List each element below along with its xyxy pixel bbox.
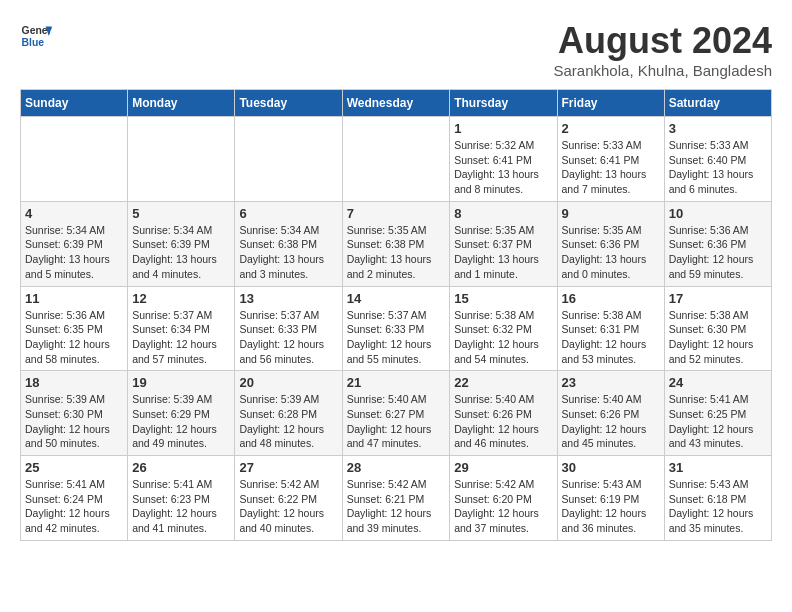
day-info: Sunrise: 5:37 AM Sunset: 6:34 PM Dayligh… bbox=[132, 308, 230, 367]
day-info: Sunrise: 5:40 AM Sunset: 6:26 PM Dayligh… bbox=[562, 392, 660, 451]
calendar-cell: 16Sunrise: 5:38 AM Sunset: 6:31 PM Dayli… bbox=[557, 286, 664, 371]
calendar-cell: 23Sunrise: 5:40 AM Sunset: 6:26 PM Dayli… bbox=[557, 371, 664, 456]
day-info: Sunrise: 5:32 AM Sunset: 6:41 PM Dayligh… bbox=[454, 138, 552, 197]
day-info: Sunrise: 5:38 AM Sunset: 6:31 PM Dayligh… bbox=[562, 308, 660, 367]
day-number: 17 bbox=[669, 291, 767, 306]
title-block: August 2024 Sarankhola, Khulna, Banglade… bbox=[554, 20, 773, 79]
day-info: Sunrise: 5:36 AM Sunset: 6:36 PM Dayligh… bbox=[669, 223, 767, 282]
day-info: Sunrise: 5:40 AM Sunset: 6:27 PM Dayligh… bbox=[347, 392, 446, 451]
day-info: Sunrise: 5:42 AM Sunset: 6:21 PM Dayligh… bbox=[347, 477, 446, 536]
calendar-cell: 1Sunrise: 5:32 AM Sunset: 6:41 PM Daylig… bbox=[450, 117, 557, 202]
calendar-cell: 2Sunrise: 5:33 AM Sunset: 6:41 PM Daylig… bbox=[557, 117, 664, 202]
day-number: 22 bbox=[454, 375, 552, 390]
day-number: 18 bbox=[25, 375, 123, 390]
calendar-cell: 12Sunrise: 5:37 AM Sunset: 6:34 PM Dayli… bbox=[128, 286, 235, 371]
day-number: 10 bbox=[669, 206, 767, 221]
calendar-week-row: 4Sunrise: 5:34 AM Sunset: 6:39 PM Daylig… bbox=[21, 201, 772, 286]
day-number: 12 bbox=[132, 291, 230, 306]
day-number: 26 bbox=[132, 460, 230, 475]
day-info: Sunrise: 5:37 AM Sunset: 6:33 PM Dayligh… bbox=[347, 308, 446, 367]
calendar-week-row: 11Sunrise: 5:36 AM Sunset: 6:35 PM Dayli… bbox=[21, 286, 772, 371]
weekday-header: Saturday bbox=[664, 90, 771, 117]
day-number: 24 bbox=[669, 375, 767, 390]
day-info: Sunrise: 5:38 AM Sunset: 6:30 PM Dayligh… bbox=[669, 308, 767, 367]
day-number: 21 bbox=[347, 375, 446, 390]
calendar-cell: 15Sunrise: 5:38 AM Sunset: 6:32 PM Dayli… bbox=[450, 286, 557, 371]
calendar-cell: 19Sunrise: 5:39 AM Sunset: 6:29 PM Dayli… bbox=[128, 371, 235, 456]
calendar-cell: 5Sunrise: 5:34 AM Sunset: 6:39 PM Daylig… bbox=[128, 201, 235, 286]
day-number: 11 bbox=[25, 291, 123, 306]
day-info: Sunrise: 5:41 AM Sunset: 6:24 PM Dayligh… bbox=[25, 477, 123, 536]
day-info: Sunrise: 5:40 AM Sunset: 6:26 PM Dayligh… bbox=[454, 392, 552, 451]
day-number: 30 bbox=[562, 460, 660, 475]
calendar-cell: 31Sunrise: 5:43 AM Sunset: 6:18 PM Dayli… bbox=[664, 456, 771, 541]
calendar-cell: 9Sunrise: 5:35 AM Sunset: 6:36 PM Daylig… bbox=[557, 201, 664, 286]
day-number: 13 bbox=[239, 291, 337, 306]
calendar-cell: 20Sunrise: 5:39 AM Sunset: 6:28 PM Dayli… bbox=[235, 371, 342, 456]
calendar-cell: 24Sunrise: 5:41 AM Sunset: 6:25 PM Dayli… bbox=[664, 371, 771, 456]
day-info: Sunrise: 5:33 AM Sunset: 6:41 PM Dayligh… bbox=[562, 138, 660, 197]
day-info: Sunrise: 5:34 AM Sunset: 6:39 PM Dayligh… bbox=[132, 223, 230, 282]
day-number: 28 bbox=[347, 460, 446, 475]
page-header: General Blue August 2024 Sarankhola, Khu… bbox=[20, 20, 772, 79]
day-info: Sunrise: 5:42 AM Sunset: 6:22 PM Dayligh… bbox=[239, 477, 337, 536]
day-info: Sunrise: 5:33 AM Sunset: 6:40 PM Dayligh… bbox=[669, 138, 767, 197]
day-info: Sunrise: 5:35 AM Sunset: 6:38 PM Dayligh… bbox=[347, 223, 446, 282]
calendar-week-row: 1Sunrise: 5:32 AM Sunset: 6:41 PM Daylig… bbox=[21, 117, 772, 202]
day-info: Sunrise: 5:34 AM Sunset: 6:39 PM Dayligh… bbox=[25, 223, 123, 282]
day-number: 20 bbox=[239, 375, 337, 390]
day-info: Sunrise: 5:39 AM Sunset: 6:30 PM Dayligh… bbox=[25, 392, 123, 451]
day-info: Sunrise: 5:43 AM Sunset: 6:18 PM Dayligh… bbox=[669, 477, 767, 536]
day-info: Sunrise: 5:42 AM Sunset: 6:20 PM Dayligh… bbox=[454, 477, 552, 536]
calendar-cell: 21Sunrise: 5:40 AM Sunset: 6:27 PM Dayli… bbox=[342, 371, 450, 456]
calendar-cell: 14Sunrise: 5:37 AM Sunset: 6:33 PM Dayli… bbox=[342, 286, 450, 371]
day-number: 15 bbox=[454, 291, 552, 306]
calendar-cell: 18Sunrise: 5:39 AM Sunset: 6:30 PM Dayli… bbox=[21, 371, 128, 456]
day-info: Sunrise: 5:41 AM Sunset: 6:23 PM Dayligh… bbox=[132, 477, 230, 536]
calendar-cell bbox=[21, 117, 128, 202]
day-number: 3 bbox=[669, 121, 767, 136]
calendar-cell: 3Sunrise: 5:33 AM Sunset: 6:40 PM Daylig… bbox=[664, 117, 771, 202]
calendar-cell: 10Sunrise: 5:36 AM Sunset: 6:36 PM Dayli… bbox=[664, 201, 771, 286]
calendar-cell bbox=[128, 117, 235, 202]
day-number: 31 bbox=[669, 460, 767, 475]
month-year: August 2024 bbox=[554, 20, 773, 62]
calendar-cell: 4Sunrise: 5:34 AM Sunset: 6:39 PM Daylig… bbox=[21, 201, 128, 286]
svg-text:Blue: Blue bbox=[22, 37, 45, 48]
calendar-cell bbox=[235, 117, 342, 202]
day-number: 25 bbox=[25, 460, 123, 475]
calendar-cell: 28Sunrise: 5:42 AM Sunset: 6:21 PM Dayli… bbox=[342, 456, 450, 541]
day-info: Sunrise: 5:37 AM Sunset: 6:33 PM Dayligh… bbox=[239, 308, 337, 367]
day-info: Sunrise: 5:43 AM Sunset: 6:19 PM Dayligh… bbox=[562, 477, 660, 536]
calendar-week-row: 25Sunrise: 5:41 AM Sunset: 6:24 PM Dayli… bbox=[21, 456, 772, 541]
day-info: Sunrise: 5:41 AM Sunset: 6:25 PM Dayligh… bbox=[669, 392, 767, 451]
day-number: 27 bbox=[239, 460, 337, 475]
day-number: 16 bbox=[562, 291, 660, 306]
calendar-cell: 17Sunrise: 5:38 AM Sunset: 6:30 PM Dayli… bbox=[664, 286, 771, 371]
weekday-header: Tuesday bbox=[235, 90, 342, 117]
weekday-header: Wednesday bbox=[342, 90, 450, 117]
day-number: 29 bbox=[454, 460, 552, 475]
calendar-cell: 26Sunrise: 5:41 AM Sunset: 6:23 PM Dayli… bbox=[128, 456, 235, 541]
day-number: 6 bbox=[239, 206, 337, 221]
calendar-cell: 11Sunrise: 5:36 AM Sunset: 6:35 PM Dayli… bbox=[21, 286, 128, 371]
logo: General Blue bbox=[20, 20, 52, 52]
calendar-cell: 7Sunrise: 5:35 AM Sunset: 6:38 PM Daylig… bbox=[342, 201, 450, 286]
calendar-week-row: 18Sunrise: 5:39 AM Sunset: 6:30 PM Dayli… bbox=[21, 371, 772, 456]
calendar-cell: 8Sunrise: 5:35 AM Sunset: 6:37 PM Daylig… bbox=[450, 201, 557, 286]
calendar-cell bbox=[342, 117, 450, 202]
day-number: 4 bbox=[25, 206, 123, 221]
day-number: 14 bbox=[347, 291, 446, 306]
calendar-cell: 30Sunrise: 5:43 AM Sunset: 6:19 PM Dayli… bbox=[557, 456, 664, 541]
calendar-table: SundayMondayTuesdayWednesdayThursdayFrid… bbox=[20, 89, 772, 541]
calendar-cell: 6Sunrise: 5:34 AM Sunset: 6:38 PM Daylig… bbox=[235, 201, 342, 286]
day-info: Sunrise: 5:38 AM Sunset: 6:32 PM Dayligh… bbox=[454, 308, 552, 367]
calendar-cell: 27Sunrise: 5:42 AM Sunset: 6:22 PM Dayli… bbox=[235, 456, 342, 541]
day-number: 5 bbox=[132, 206, 230, 221]
day-number: 23 bbox=[562, 375, 660, 390]
day-info: Sunrise: 5:36 AM Sunset: 6:35 PM Dayligh… bbox=[25, 308, 123, 367]
weekday-header: Monday bbox=[128, 90, 235, 117]
day-number: 9 bbox=[562, 206, 660, 221]
calendar-cell: 25Sunrise: 5:41 AM Sunset: 6:24 PM Dayli… bbox=[21, 456, 128, 541]
day-number: 7 bbox=[347, 206, 446, 221]
